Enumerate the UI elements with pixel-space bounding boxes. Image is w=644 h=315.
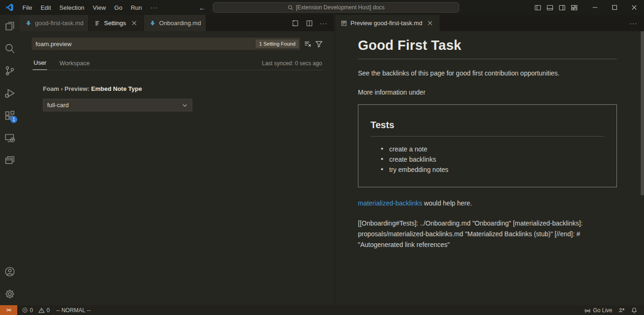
preview-link-references: [[Onboarding#Tests]: ../Onboarding.md "O…: [358, 218, 619, 250]
chevron-down-icon: [182, 102, 188, 109]
preview-title: Good First Task: [358, 38, 617, 59]
setting-name: Embed Note Type: [91, 85, 142, 92]
command-center-search[interactable]: [Extension Development Host] docs: [213, 2, 459, 13]
editor-actions-right: ···: [630, 15, 644, 31]
tab-label: Preview good-first-task.md: [350, 20, 422, 27]
vscode-logo-icon: [5, 3, 14, 12]
vim-mode-indicator[interactable]: -- NORMAL --: [56, 307, 91, 314]
command-center-label: [Extension Development Host] docs: [296, 4, 385, 11]
markdown-file-icon: [25, 20, 32, 27]
menu-view[interactable]: View: [89, 2, 110, 13]
list-item: create a note: [381, 144, 604, 154]
menu-file[interactable]: File: [18, 2, 36, 13]
setting-category: Foam › Preview:: [43, 85, 91, 92]
tab-label: Settings: [104, 20, 126, 27]
link-suffix: would help here.: [422, 199, 472, 207]
split-editor-icon[interactable]: [306, 20, 313, 27]
extensions-badge: 1: [10, 116, 17, 123]
settings-search-input[interactable]: foam.preview 1 Setting Found: [32, 38, 300, 50]
editor-group-left: good-first-task.md Settings Onboarding.m…: [20, 15, 334, 305]
minimize-button[interactable]: [585, 0, 605, 15]
settings-gear-icon[interactable]: [0, 283, 20, 305]
extensions-icon[interactable]: 1: [0, 104, 20, 127]
preview-paragraph: More information under: [358, 89, 617, 96]
back-arrow-icon[interactable]: ←: [199, 4, 206, 12]
preview-link-line: materialized-backlinks would help here.: [358, 199, 617, 207]
remote-indicator[interactable]: ><: [0, 305, 17, 315]
scope-tab-workspace[interactable]: Workspace: [58, 58, 91, 70]
clear-settings-search-icon[interactable]: [304, 40, 312, 48]
more-actions-icon[interactable]: ···: [630, 20, 637, 27]
editor-layouts-icon[interactable]: [0, 149, 20, 171]
problems-indicator[interactable]: 0 0: [22, 307, 49, 314]
tab-preview-good-first-task[interactable]: Preview good-first-task.md: [335, 15, 440, 31]
search-icon: [287, 5, 294, 11]
go-live-label: Go Live: [593, 307, 612, 314]
live-share-icon[interactable]: [618, 307, 625, 314]
embed-title: Tests: [371, 120, 604, 137]
activity-bar: 1: [0, 15, 20, 305]
maximize-button[interactable]: [605, 0, 624, 15]
toggle-panel-icon[interactable]: [546, 4, 553, 11]
titlebar: File Edit Selection View Go Run ··· ← → …: [0, 0, 644, 15]
error-count: 0: [30, 307, 33, 314]
account-icon[interactable]: [0, 260, 20, 283]
settings-search-value: foam.preview: [35, 41, 256, 48]
menu-overflow[interactable]: ···: [146, 2, 162, 13]
list-item: try embedding notes: [381, 164, 604, 175]
titlebar-right: [534, 0, 644, 15]
embedded-note-card: Tests create a note create backlinks try…: [358, 104, 617, 187]
tab-label: good-first-task.md: [35, 20, 84, 27]
close-tab-icon[interactable]: [129, 19, 139, 28]
tab-good-first-task[interactable]: good-first-task.md: [20, 15, 89, 31]
materialized-backlinks-link[interactable]: materialized-backlinks: [358, 199, 422, 207]
tab-settings[interactable]: Settings: [89, 15, 144, 31]
vscode-window: File Edit Selection View Go Run ··· ← → …: [0, 0, 644, 315]
menu-selection[interactable]: Selection: [55, 2, 88, 13]
run-debug-icon[interactable]: [0, 82, 20, 104]
markdown-preview-pane: Good First Task See the backlinks of thi…: [335, 31, 644, 305]
search-icon[interactable]: [0, 37, 20, 60]
source-control-icon[interactable]: [0, 60, 20, 82]
settings-editor: foam.preview 1 Setting Found User Worksp…: [20, 31, 334, 111]
settings-scope-tabs: User Workspace Last synced: 0 secs ago: [32, 57, 323, 70]
go-live-button[interactable]: Go Live: [584, 307, 612, 314]
warning-count: 0: [47, 307, 50, 314]
embed-list: create a note create backlinks try embed…: [381, 144, 604, 175]
last-synced-label: Last synced: 0 secs ago: [262, 60, 322, 70]
filter-settings-icon[interactable]: [315, 40, 323, 48]
scope-tab-user[interactable]: User: [33, 57, 47, 70]
menubar: File Edit Selection View Go Run ···: [18, 2, 162, 13]
embed-note-type-select[interactable]: full-card: [43, 99, 192, 111]
settings-found-badge: 1 Setting Found: [256, 40, 299, 48]
menu-run[interactable]: Run: [126, 2, 146, 13]
close-window-button[interactable]: [624, 0, 644, 15]
tabstrip-left: good-first-task.md Settings Onboarding.m…: [20, 15, 334, 31]
editor-group-right: Preview good-first-task.md ··· Good Firs…: [335, 15, 644, 305]
preview-paragraph: See the backlinks of this page for good …: [358, 69, 617, 77]
setting-embed-note-type: Foam › Preview: Embed Note Type full-car…: [43, 85, 323, 111]
editor-actions-left: ···: [292, 15, 334, 31]
menu-edit[interactable]: Edit: [36, 2, 55, 13]
remote-icon: ><: [7, 308, 11, 313]
list-item: create backlinks: [381, 154, 604, 164]
error-icon: [22, 307, 28, 313]
more-actions-icon[interactable]: ···: [320, 20, 328, 27]
markdown-file-icon: [149, 20, 156, 27]
toggle-secondary-sidebar-icon[interactable]: [559, 4, 566, 11]
notifications-bell-icon[interactable]: [631, 307, 637, 314]
close-tab-icon[interactable]: [426, 19, 435, 28]
open-settings-json-icon[interactable]: [292, 20, 299, 27]
broadcast-icon: [584, 307, 591, 314]
markdown-preview-icon: [341, 20, 347, 27]
remote-explorer-icon[interactable]: [0, 127, 20, 149]
status-bar: >< 0 0 -- NORMAL -- Go Live: [0, 305, 644, 315]
tab-label: Onboarding.md: [159, 20, 201, 27]
customize-layout-icon[interactable]: [571, 4, 578, 11]
toggle-primary-sidebar-icon[interactable]: [534, 4, 541, 11]
settings-editor-icon: [94, 20, 101, 27]
tab-onboarding[interactable]: Onboarding.md: [144, 15, 206, 31]
preview-scrollbar[interactable]: [641, 31, 644, 195]
menu-go[interactable]: Go: [110, 2, 126, 13]
explorer-icon[interactable]: [0, 15, 20, 37]
